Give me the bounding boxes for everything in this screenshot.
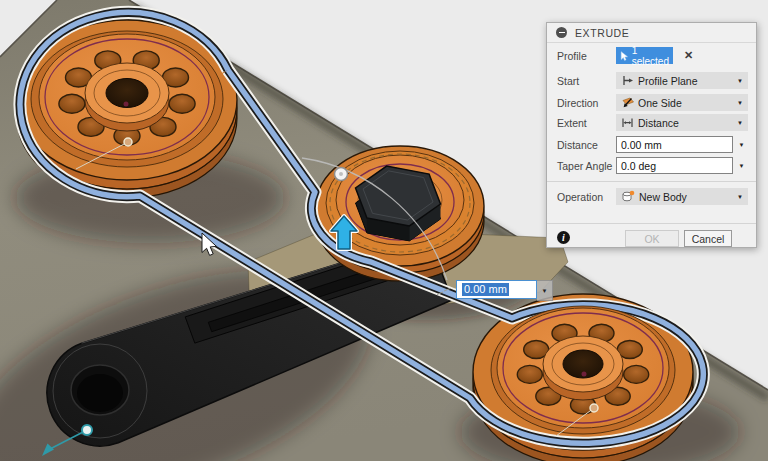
dropdown-arrow-icon[interactable]: ▼ xyxy=(537,280,553,301)
start-label: Start xyxy=(557,75,616,87)
sketch-point xyxy=(582,372,587,377)
distance-input[interactable]: 0.00 mm xyxy=(616,136,733,153)
operation-label: Operation xyxy=(557,191,616,203)
collapse-circle-icon[interactable] xyxy=(556,27,567,38)
operation-value: New Body xyxy=(639,191,687,203)
direction-dropdown[interactable]: One Side ▼ xyxy=(616,94,748,111)
profile-selection-chip[interactable]: 1 selected xyxy=(616,47,673,64)
extrude-dialog: EXTRUDE Profile 1 selected ✕ Start Profi… xyxy=(546,22,757,248)
dropdown-arrow-icon: ▼ xyxy=(737,194,743,200)
dropdown-arrow-icon: ▼ xyxy=(737,78,743,84)
dropdown-arrow-icon: ▼ xyxy=(737,100,743,106)
dropdown-arrow-icon[interactable]: ▼ xyxy=(735,142,748,148)
extent-label: Extent xyxy=(557,117,616,129)
dropdown-arrow-icon[interactable]: ▼ xyxy=(735,163,748,169)
ok-button[interactable]: OK xyxy=(625,230,679,247)
row-taper: Taper Angle 0.0 deg ▼ xyxy=(557,157,748,174)
taper-angle-input[interactable]: 0.0 deg xyxy=(616,157,733,174)
direction-value: One Side xyxy=(638,97,682,109)
dialog-header[interactable]: EXTRUDE xyxy=(547,23,756,43)
row-direction: Direction One Side ▼ xyxy=(557,94,748,111)
row-distance: Distance 0.00 mm ▼ xyxy=(557,136,748,153)
row-profile: Profile 1 selected ✕ xyxy=(557,47,748,64)
profile-label: Profile xyxy=(557,50,616,62)
one-side-icon xyxy=(621,96,634,109)
separator xyxy=(547,181,756,182)
info-icon[interactable]: i xyxy=(557,231,570,244)
row-operation: Operation New Body ▼ xyxy=(557,188,748,205)
profile-plane-icon xyxy=(621,74,634,87)
rotate-handle-dot xyxy=(339,172,343,176)
row-start: Start Profile Plane ▼ xyxy=(557,72,748,89)
dropdown-arrow-icon: ▼ xyxy=(737,120,743,126)
extent-dropdown[interactable]: Distance ▼ xyxy=(616,114,748,131)
cancel-button[interactable]: Cancel xyxy=(684,230,732,247)
distance-inline-value[interactable]: 0.00 mm xyxy=(462,283,509,296)
arm-hole-depth xyxy=(77,374,123,412)
separator xyxy=(547,223,756,224)
remove-selection-icon[interactable]: ✕ xyxy=(684,49,693,62)
taper-angle-label: Taper Angle xyxy=(557,160,616,172)
dialog-title: EXTRUDE xyxy=(575,27,629,39)
new-body-icon xyxy=(621,190,635,203)
row-extent: Extent Distance ▼ xyxy=(557,114,748,131)
direction-label: Direction xyxy=(557,97,616,109)
cursor-select-icon xyxy=(620,50,629,62)
distance-label: Distance xyxy=(557,139,616,151)
start-value: Profile Plane xyxy=(638,75,698,87)
operation-dropdown[interactable]: New Body ▼ xyxy=(616,188,748,205)
sketch-point xyxy=(124,102,129,107)
distance-inline-input[interactable]: 0.00 mm ▼ xyxy=(456,280,553,301)
profile-point xyxy=(124,138,132,146)
fusion-viewport: 0.00 mm ▼ EXTRUDE Profile 1 selected ✕ S… xyxy=(0,0,768,461)
profile-selection-text: 1 selected xyxy=(632,45,669,67)
start-dropdown[interactable]: Profile Plane ▼ xyxy=(616,72,748,89)
taper-angle-value: 0.0 deg xyxy=(621,160,656,172)
extent-value: Distance xyxy=(638,117,679,129)
distance-icon xyxy=(621,116,634,129)
distance-value: 0.00 mm xyxy=(621,139,662,151)
profile-point xyxy=(590,404,598,412)
